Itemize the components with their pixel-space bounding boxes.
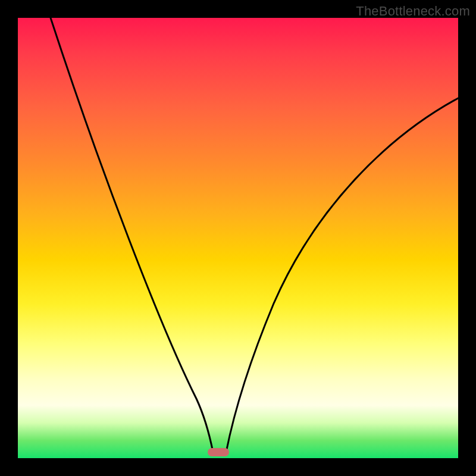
bottleneck-marker: [208, 448, 229, 456]
plot-area: [18, 18, 458, 458]
bottleneck-curve: [18, 18, 458, 458]
curve-left: [51, 18, 213, 452]
curve-right: [226, 98, 458, 452]
watermark-text: TheBottleneck.com: [356, 4, 470, 19]
